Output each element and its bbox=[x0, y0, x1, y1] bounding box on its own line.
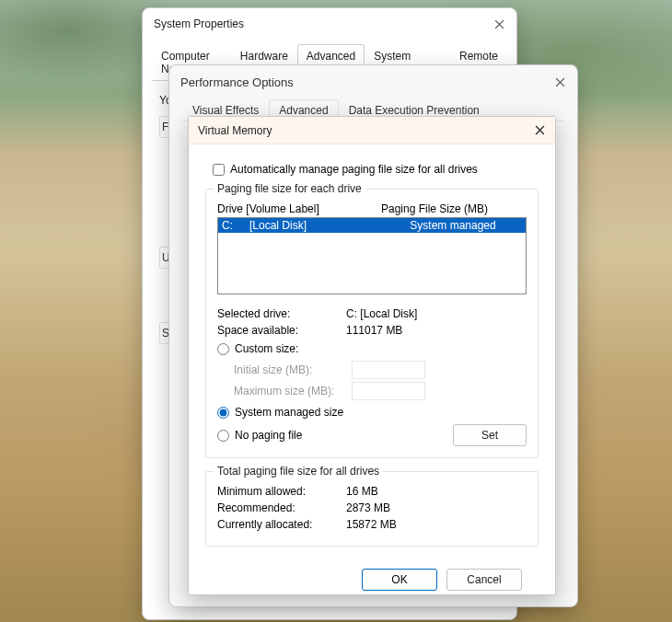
auto-manage-label: Automatically manage paging file size fo… bbox=[230, 163, 478, 176]
auto-manage-checkbox-row[interactable]: Automatically manage paging file size fo… bbox=[213, 163, 539, 176]
cancel-button[interactable]: Cancel bbox=[446, 569, 522, 591]
drive-list-header: Drive [Volume Label] Paging File Size (M… bbox=[217, 202, 527, 215]
currently-allocated-label: Currently allocated: bbox=[217, 518, 346, 531]
drive-letter: C: bbox=[222, 219, 249, 232]
drive-row[interactable]: C: [Local Disk] System managed bbox=[218, 218, 526, 233]
selected-drive-value: C: [Local Disk] bbox=[346, 307, 417, 320]
radio-custom-label: Custom size: bbox=[235, 342, 298, 355]
radio-no-paging-row[interactable]: No paging file bbox=[217, 429, 302, 442]
maximum-size-input bbox=[352, 382, 425, 400]
space-available-label: Space available: bbox=[217, 324, 346, 337]
virtual-memory-title: Virtual Memory bbox=[198, 124, 272, 137]
close-icon[interactable] bbox=[553, 75, 566, 88]
space-available-value: 111017 MB bbox=[346, 324, 402, 337]
min-allowed-label: Minimum allowed: bbox=[217, 485, 346, 498]
recommended-label: Recommended: bbox=[217, 501, 346, 514]
system-properties-titlebar: System Properties bbox=[143, 8, 516, 40]
radio-no-paging[interactable] bbox=[217, 430, 229, 442]
min-allowed-value: 16 MB bbox=[346, 485, 378, 498]
group-legend: Paging file size for each drive bbox=[214, 182, 365, 195]
radio-none-label: No paging file bbox=[235, 429, 302, 442]
currently-allocated-value: 15872 MB bbox=[346, 518, 397, 531]
performance-options-titlebar: Performance Options bbox=[169, 65, 577, 98]
total-paging-file-group: Total paging file size for all drives Mi… bbox=[205, 471, 539, 547]
drive-volume-label: [Local Disk] bbox=[249, 219, 384, 232]
performance-options-title: Performance Options bbox=[180, 75, 294, 89]
radio-system-managed[interactable] bbox=[217, 407, 229, 419]
close-icon[interactable] bbox=[492, 17, 505, 30]
radio-custom-size[interactable] bbox=[217, 343, 229, 355]
radio-system-label: System managed size bbox=[235, 406, 343, 419]
radio-system-managed-row[interactable]: System managed size bbox=[217, 406, 527, 419]
ok-button[interactable]: OK bbox=[362, 569, 437, 591]
radio-custom-size-row[interactable]: Custom size: bbox=[217, 342, 527, 355]
maximum-size-label: Maximum size (MB): bbox=[234, 385, 344, 397]
set-button[interactable]: Set bbox=[453, 424, 527, 446]
auto-manage-checkbox[interactable] bbox=[213, 164, 225, 176]
drive-header-col1: Drive [Volume Label] bbox=[217, 202, 381, 215]
initial-size-input bbox=[352, 361, 425, 379]
virtual-memory-dialog: Virtual Memory Automatically manage pagi… bbox=[188, 116, 556, 595]
system-properties-title: System Properties bbox=[154, 17, 244, 30]
recommended-value: 2873 MB bbox=[346, 501, 390, 514]
drive-list[interactable]: C: [Local Disk] System managed bbox=[217, 217, 527, 294]
paging-file-per-drive-group: Paging file size for each drive Drive [V… bbox=[205, 189, 539, 458]
virtual-memory-titlebar: Virtual Memory bbox=[189, 117, 555, 144]
drive-header-col2: Paging File Size (MB) bbox=[381, 202, 488, 215]
drive-paging-size: System managed bbox=[384, 219, 522, 232]
group-legend: Total paging file size for all drives bbox=[214, 465, 383, 478]
close-icon[interactable] bbox=[533, 124, 546, 137]
selected-drive-label: Selected drive: bbox=[217, 307, 346, 320]
initial-size-label: Initial size (MB): bbox=[234, 363, 344, 376]
